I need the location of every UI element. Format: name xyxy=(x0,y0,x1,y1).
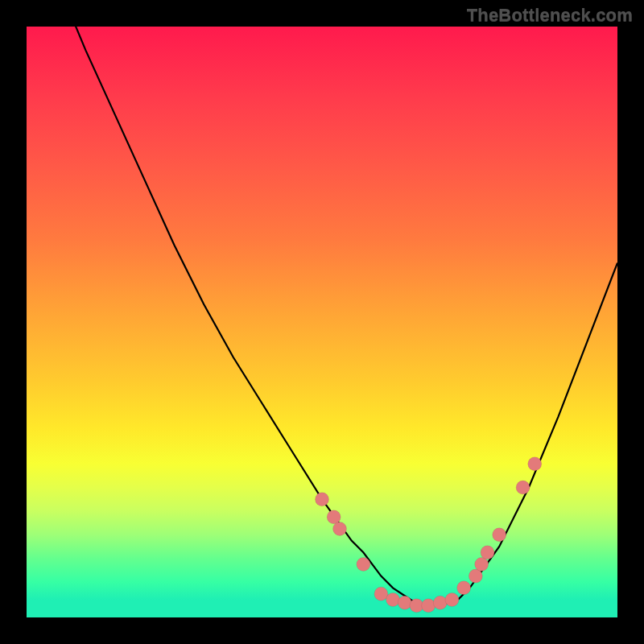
plot-area xyxy=(27,27,617,617)
brand-watermark: TheBottleneck.com xyxy=(467,5,633,26)
chart-root: TheBottleneck.com xyxy=(0,0,644,644)
